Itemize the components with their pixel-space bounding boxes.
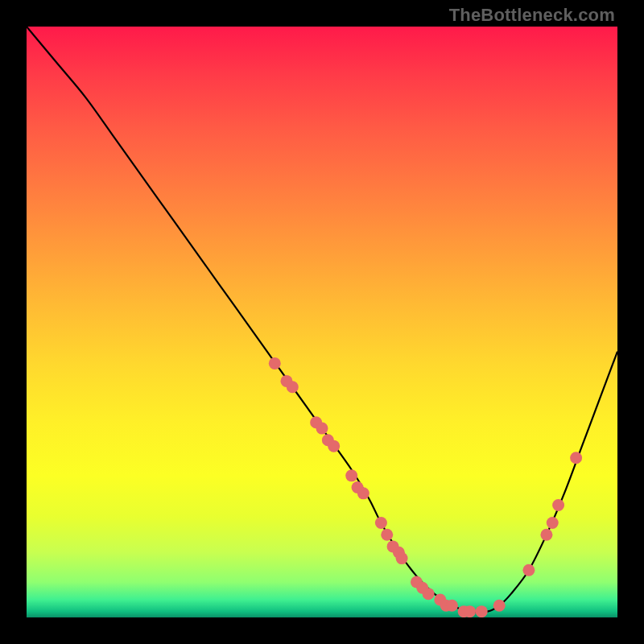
data-point [493,600,506,612]
watermark-text: TheBottleneck.com [449,5,615,26]
data-point [381,529,393,541]
data-point [357,487,369,499]
data-point [316,423,328,435]
data-points [269,357,582,617]
data-point [522,564,535,576]
data-point [375,517,387,529]
data-point [547,517,559,529]
bottleneck-curve [27,27,617,613]
data-point [540,529,552,541]
data-point [464,605,476,617]
data-point [446,600,458,612]
data-point [287,381,299,393]
data-point [476,605,488,617]
data-point [396,552,408,564]
data-point [328,440,340,452]
data-point [552,499,564,511]
data-point [423,588,435,600]
data-point [570,452,582,464]
data-point [269,357,281,369]
data-point [345,469,357,481]
chart-svg [27,27,617,617]
